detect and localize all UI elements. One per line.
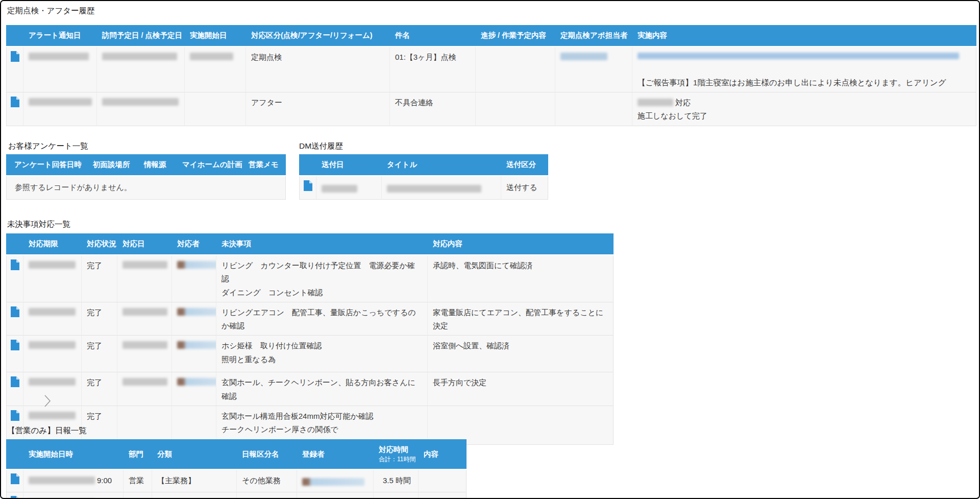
record-detail-icon[interactable] bbox=[6, 47, 23, 92]
col-header-progress: 進捗 / 作業予定内容 bbox=[476, 25, 555, 47]
redacted-due-date bbox=[29, 308, 76, 316]
col-header-survey-date: アンケート回答日時 bbox=[6, 154, 88, 176]
table-row: 完了 ホシ姫様 取り付け位置確認照明と重なる為 浴室側へ設置、確認済 bbox=[6, 336, 614, 372]
report-type-cell bbox=[237, 492, 297, 499]
table-row: 完了 玄関ホール、チークヘリンボーン、貼る方向お客さんに確認 長手方向で決定 bbox=[6, 372, 614, 406]
redacted-handled-date bbox=[122, 341, 167, 349]
status-cell: 完了 bbox=[82, 255, 117, 302]
redacted-visit-date bbox=[102, 53, 177, 60]
status-cell: 完了 bbox=[82, 372, 117, 406]
redacted-due-date bbox=[29, 261, 76, 269]
col-header-handler: 対応者 bbox=[172, 233, 216, 255]
record-detail-icon[interactable] bbox=[6, 372, 23, 406]
result-line1: 対応 bbox=[638, 96, 971, 109]
record-detail-icon[interactable] bbox=[6, 92, 23, 126]
col-header-first-meeting-place: 初面談場所 bbox=[88, 154, 139, 176]
col-header-content: 内容 bbox=[419, 439, 467, 470]
record-page: 定期点検・アフター履歴 アラート通知日 訪問予定日 / 点検予定日 実施開始日 … bbox=[0, 0, 980, 499]
empty-records-message: 参照するレコードがありません。 bbox=[6, 176, 286, 200]
department-cell: 営業 bbox=[124, 470, 152, 492]
redacted-visit-date bbox=[102, 98, 179, 106]
classification-cell bbox=[152, 492, 237, 499]
status-cell: 完了 bbox=[82, 302, 117, 336]
col-header-status: 対応状況 bbox=[82, 233, 117, 255]
redacted-handler-name bbox=[177, 341, 216, 349]
redacted-alert-date bbox=[29, 53, 89, 60]
section-title-survey-list: お客様アンケート一覧 bbox=[8, 141, 88, 152]
col-header-appointee: 定期点検アポ担当者 bbox=[555, 25, 632, 47]
inspection-history-table: アラート通知日 訪問予定日 / 点検予定日 実施開始日 対応区分(点検/アフター… bbox=[6, 25, 976, 126]
record-detail-icon[interactable] bbox=[6, 255, 23, 302]
col-header-details: 実施内容 bbox=[632, 25, 976, 47]
redacted-handled-date bbox=[122, 308, 167, 316]
dm-history-table: 送付日 タイトル 送付区分 送付する bbox=[299, 154, 548, 200]
col-header-department: 部門 bbox=[124, 439, 152, 470]
record-detail-icon[interactable] bbox=[299, 176, 316, 200]
section-title-dm-history: DM送付履歴 bbox=[299, 141, 343, 152]
col-header-info-source: 情報源 bbox=[139, 154, 177, 176]
table-row: 参照するレコードがありません。 bbox=[6, 176, 286, 200]
redacted-handled-date bbox=[122, 261, 167, 269]
redacted-due-date bbox=[29, 412, 76, 419]
col-header-pending-item: 未決事項 bbox=[216, 233, 428, 255]
content-cell bbox=[419, 470, 467, 492]
col-header-response: 対応内容 bbox=[428, 233, 614, 255]
send-category-cell: 送付する bbox=[501, 176, 548, 200]
col-header-alert-date: アラート通知日 bbox=[23, 25, 97, 47]
redacted-dm-title bbox=[387, 185, 481, 193]
category-cell: 定期点検 bbox=[246, 47, 390, 92]
col-header-icon bbox=[6, 439, 23, 470]
section-title-daily-report: 【営業のみ】日報一覧 bbox=[7, 425, 87, 436]
next-page-arrow[interactable] bbox=[43, 393, 52, 411]
survey-table: アンケート回答日時 初面談場所 情報源 マイホームの計画 営業メモ 参照するレコ… bbox=[6, 154, 286, 200]
col-header-send-date: 送付日 bbox=[316, 154, 382, 176]
category-cell: アフター bbox=[246, 92, 390, 126]
response-cell: 家電量販店にてエアコン、配管工事をすることに決定 bbox=[428, 302, 614, 336]
col-header-registrant: 登録者 bbox=[297, 439, 374, 470]
record-detail-icon[interactable] bbox=[6, 492, 23, 499]
section-title-pending-items: 未決事項対応一覧 bbox=[7, 219, 70, 230]
report-type-cell: その他業務 bbox=[237, 470, 297, 492]
col-header-start-datetime: 実施開始日時 bbox=[23, 439, 124, 470]
col-header-dm-title: タイトル bbox=[382, 154, 501, 176]
redacted-handler-name bbox=[177, 308, 216, 316]
record-detail-icon[interactable] bbox=[6, 470, 23, 492]
table-row: 定期点検 01:【3ヶ月】点検 【ご報告事項】1階主寝室はお施主様のお申し出によ… bbox=[6, 47, 976, 92]
department-cell bbox=[124, 492, 152, 499]
table-row: 完了 リビング カウンター取り付け予定位置 電源必要か確認ダイニング コンセント… bbox=[6, 255, 614, 302]
pending-items-table: 対応期限 対応状況 対応日 対応者 未決事項 対応内容 完了 リビング カウンタ… bbox=[6, 233, 614, 445]
content-cell bbox=[419, 492, 467, 499]
col-header-hours: 対応時間 合計：11時間 bbox=[374, 439, 419, 470]
redacted-report-link[interactable] bbox=[638, 53, 959, 59]
redacted-handler-name bbox=[177, 378, 216, 386]
hours-cell: 3 時間 bbox=[374, 492, 419, 499]
chevron-right-icon bbox=[43, 393, 52, 409]
redacted-appointee-name bbox=[560, 53, 607, 60]
table-row: 完了 リビングエアコン 配管工事、量販店かこっちでするのか確認 家電量販店にてエ… bbox=[6, 302, 614, 336]
col-header-due-date: 対応期限 bbox=[23, 233, 82, 255]
col-header-category: 対応区分(点検/アフター/リフォーム) bbox=[246, 25, 390, 47]
report-note: 【ご報告事項】1階主寝室はお施主様のお申し出により未点検となります。ヒアリング bbox=[638, 76, 971, 89]
response-cell: 承認時、電気図面にて確認済 bbox=[428, 255, 614, 302]
record-detail-icon[interactable] bbox=[6, 336, 23, 372]
subject-cell: 01:【3ヶ月】点検 bbox=[390, 47, 476, 92]
col-header-visit-date: 訪問予定日 / 点検予定日 bbox=[97, 25, 185, 47]
col-header-icon bbox=[299, 154, 316, 176]
progress-cell bbox=[476, 92, 555, 126]
section-title-inspection-history: 定期点検・アフター履歴 bbox=[7, 6, 95, 16]
col-header-start-date: 実施開始日 bbox=[185, 25, 246, 47]
redacted-handled-date bbox=[122, 378, 167, 386]
redacted-due-date bbox=[29, 378, 76, 386]
col-header-subject: 件名 bbox=[390, 25, 476, 47]
hours-cell: 3.5 時間 bbox=[374, 470, 419, 492]
col-header-icon bbox=[6, 233, 23, 255]
record-detail-icon[interactable] bbox=[6, 302, 23, 336]
daily-report-table: 実施開始日時 部門 分類 日報区分名 登録者 対応時間 合計：11時間 内容 9… bbox=[6, 439, 467, 499]
status-cell: 完了 bbox=[82, 336, 117, 372]
result-line2: 施工しなおして完了 bbox=[638, 109, 971, 123]
col-header-classification: 分類 bbox=[152, 439, 237, 470]
progress-cell bbox=[476, 47, 555, 92]
hours-total-label: 合計：11時間 bbox=[379, 455, 413, 464]
redacted-alert-date bbox=[29, 98, 92, 106]
redacted-send-date bbox=[322, 185, 357, 193]
